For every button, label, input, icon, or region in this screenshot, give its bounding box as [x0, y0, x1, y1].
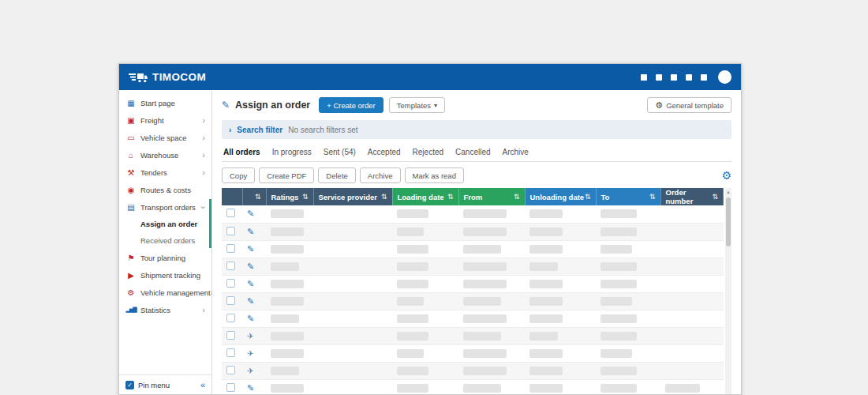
tab-rejected[interactable]: Rejected [413, 148, 443, 156]
row-checkbox[interactable] [226, 279, 235, 288]
column-header-order[interactable]: Order number⇅ [660, 188, 724, 205]
table-row: ✎ [222, 240, 724, 258]
general-template-button[interactable]: ⚙ General template [647, 97, 731, 113]
tab-all-orders[interactable]: All orders [223, 148, 260, 156]
create-pdf-button[interactable]: Create PDF [259, 167, 314, 183]
scroll-up-icon[interactable]: ▲ [725, 188, 731, 196]
redacted-value-bar [271, 384, 304, 393]
sidebar: ▦Start page▣Freight›▭Vehicle space›⌂Ware… [119, 90, 212, 394]
redacted-value-bar [397, 262, 428, 271]
tab-sent[interactable]: Sent (54) [324, 148, 356, 156]
edit-icon[interactable]: ✎ [247, 261, 254, 271]
cell-order [660, 327, 724, 344]
sidebar-item-shipment-tracking[interactable]: ▶Shipment tracking [119, 266, 211, 284]
tab-in-progress[interactable]: In progress [272, 148, 312, 156]
sidebar-item-freight[interactable]: ▣Freight› [119, 111, 211, 129]
scrollbar-thumb[interactable] [726, 198, 731, 246]
sent-icon[interactable]: ✈ [247, 367, 253, 375]
edit-icon[interactable]: ✎ [247, 296, 254, 306]
edit-icon[interactable]: ✎ [247, 383, 254, 393]
edit-icon[interactable]: ✎ [247, 209, 254, 218]
row-checkbox[interactable] [226, 331, 235, 340]
redacted-value-bar [271, 367, 299, 375]
tab-archive[interactable]: Archive [503, 148, 529, 156]
column-header-unloading[interactable]: Unloading date⇅ [525, 188, 596, 205]
tab-cancelled[interactable]: Cancelled [455, 148, 490, 156]
column-header-to[interactable]: To⇅ [596, 188, 660, 205]
copy-button[interactable]: Copy [222, 167, 255, 183]
cell-order [660, 379, 724, 394]
sidebar-item-label: Shipment tracking [140, 271, 200, 280]
cell-status: ✈ [242, 362, 266, 379]
sidebar-item-vehicle-management[interactable]: ⚙Vehicle management› [119, 284, 211, 301]
column-header-status[interactable]: ⇅ [242, 188, 266, 205]
cell-unloading [525, 258, 596, 275]
app-icon-5[interactable] [701, 74, 707, 81]
cell-select [222, 258, 242, 275]
sidebar-item-vehicle-space[interactable]: ▭Vehicle space› [119, 129, 211, 146]
cell-loading [392, 344, 458, 362]
archive-button[interactable]: Archive [360, 167, 401, 183]
header-app-icons [632, 74, 707, 81]
cell-ratings [266, 205, 313, 223]
sidebar-item-warehouse[interactable]: ⌂Warehouse› [119, 146, 211, 164]
edit-icon[interactable]: ✎ [247, 227, 254, 236]
sidebar-item-tour-planning[interactable]: ⚑Tour planning [119, 249, 211, 266]
column-header-provider[interactable]: Service provider⇅ [313, 188, 392, 205]
sent-icon[interactable]: ✈ [247, 349, 253, 358]
edit-icon[interactable]: ✎ [247, 244, 254, 254]
sidebar-item-statistics[interactable]: ▂▅▇Statistics› [119, 301, 211, 318]
redacted-value-bar [463, 262, 507, 271]
tab-accepted[interactable]: Accepted [368, 148, 401, 156]
row-checkbox[interactable] [226, 209, 235, 217]
row-checkbox[interactable] [226, 314, 235, 322]
sort-icon: ⇅ [649, 193, 656, 201]
app-icon-2[interactable] [656, 74, 662, 81]
column-header-ratings[interactable]: Ratings⇅ [266, 188, 313, 205]
mark-as-read-button[interactable]: Mark as read [405, 167, 464, 183]
row-checkbox[interactable] [226, 348, 235, 357]
row-checkbox[interactable] [226, 296, 235, 305]
cell-provider [313, 258, 392, 275]
search-filter-status: No search filters set [288, 126, 357, 134]
edit-icon[interactable]: ✎ [247, 279, 254, 288]
sidebar-item-assign-order[interactable]: Assign an order [119, 216, 211, 232]
vehicle-space-icon: ▭ [125, 134, 137, 142]
search-filter-bar[interactable]: › Search filter No search filters set [222, 120, 731, 139]
row-checkbox[interactable] [226, 244, 235, 253]
sent-icon[interactable]: ✈ [247, 332, 253, 340]
column-header-loading[interactable]: Loading date⇅ [392, 188, 458, 205]
app-icon-4[interactable] [686, 74, 692, 81]
sidebar-item-tenders[interactable]: ⚒Tenders› [119, 164, 211, 181]
table-settings-gear-icon[interactable]: ⚙ [721, 170, 731, 181]
user-avatar[interactable] [718, 70, 731, 84]
templates-button[interactable]: Templates ▾ [389, 97, 445, 113]
brand-name: TIMOCOM [152, 71, 206, 83]
column-header-from[interactable]: From⇅ [458, 188, 525, 205]
row-checkbox[interactable] [226, 261, 235, 270]
sidebar-item-start-page[interactable]: ▦Start page [119, 94, 211, 111]
cell-ratings [266, 344, 313, 362]
table-scrollbar[interactable]: ▲ [725, 188, 731, 394]
sidebar-item-transport-orders[interactable]: ▤Transport orders› [119, 198, 211, 216]
redacted-value-bar [397, 209, 428, 218]
cell-order [660, 344, 724, 362]
pin-menu-checkbox[interactable]: ✓ [125, 381, 134, 389]
sidebar-item-routes-costs[interactable]: ◉Routes & costs [119, 181, 211, 198]
row-checkbox[interactable] [226, 366, 235, 374]
app-icon-3[interactable] [671, 74, 677, 81]
sidebar-item-label: Freight [140, 116, 164, 125]
row-checkbox[interactable] [226, 227, 235, 235]
app-icon-1[interactable] [641, 74, 647, 81]
create-order-button[interactable]: + Create order [319, 97, 383, 113]
cell-ratings [266, 223, 313, 240]
sidebar-item-received-orders[interactable]: Received orders [119, 232, 211, 249]
column-label: To [601, 193, 610, 201]
redacted-value-bar [463, 314, 507, 323]
redacted-value-bar [529, 280, 563, 288]
redacted-value-bar [397, 367, 428, 375]
collapse-sidebar-icon[interactable]: « [200, 380, 205, 389]
row-checkbox[interactable] [226, 383, 235, 392]
delete-button[interactable]: Delete [318, 167, 355, 183]
edit-icon[interactable]: ✎ [247, 314, 254, 323]
